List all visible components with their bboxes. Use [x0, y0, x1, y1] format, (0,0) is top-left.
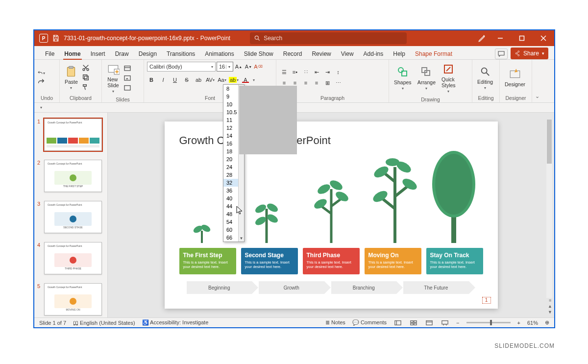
font-size-option[interactable]: 40 — [223, 194, 238, 202]
slide-canvas[interactable]: Growth Concept for PowerPoint The First … — [165, 121, 498, 309]
paragraph-controls[interactable]: ☰≡•∷⇤⇥↕ ≡≡≡≡⊞⋯ — [279, 67, 343, 88]
arrow-4[interactable]: The Future — [403, 281, 469, 294]
font-size-option[interactable]: 36 — [223, 187, 238, 194]
arrow-1[interactable]: Beginning — [187, 281, 252, 294]
zoom-level[interactable]: 61% — [527, 320, 538, 326]
font-size-option[interactable]: 16 — [223, 140, 238, 147]
cut-icon[interactable] — [82, 64, 90, 72]
tab-design[interactable]: Design — [134, 48, 162, 59]
thumbnail-1[interactable]: Growth Concept for PowerPoint — [44, 119, 102, 151]
status-lang[interactable]: 🕮 English (United States) — [73, 320, 135, 326]
font-size-option[interactable]: 14 — [223, 132, 238, 140]
italic-button[interactable]: I — [159, 75, 168, 84]
font-size-option[interactable]: 60 — [223, 226, 238, 234]
section-icon[interactable] — [123, 84, 131, 92]
view-normal-icon[interactable] — [393, 319, 402, 326]
tab-addins[interactable]: Add-ins — [359, 48, 389, 59]
arrow-3[interactable]: Branching — [331, 281, 397, 294]
editing-button[interactable]: Editing▾ — [475, 64, 495, 91]
designer-button[interactable]: Designer — [503, 67, 527, 88]
layout-icon[interactable] — [123, 65, 131, 73]
comments-pane-button[interactable]: 💬 Comments — [352, 319, 387, 326]
copy-icon[interactable] — [82, 73, 90, 81]
font-size-option[interactable]: 8 — [223, 85, 238, 93]
zoom-in[interactable]: + — [517, 320, 520, 326]
zoom-out[interactable]: − — [456, 320, 459, 326]
font-size-option[interactable]: 28 — [223, 171, 238, 179]
font-size-option[interactable]: 24 — [223, 163, 238, 171]
slide-nav-buttons[interactable]: ≡▲▼ — [548, 298, 552, 315]
clear-format-icon[interactable]: A⌫ — [254, 62, 263, 71]
shadow-button[interactable]: ab — [194, 75, 203, 84]
qat-dropdown[interactable]: ▾ — [40, 105, 42, 110]
comments-button[interactable] — [495, 49, 508, 59]
font-size-dropdown[interactable]: 891010.511121416182024283236404448546066… — [223, 84, 245, 242]
redo-icon[interactable] — [37, 78, 45, 86]
strike-button[interactable]: S — [182, 75, 191, 84]
zoom-slider[interactable] — [466, 322, 511, 323]
decrease-font-icon[interactable]: A▼ — [244, 62, 253, 71]
font-size-option[interactable]: 66 — [223, 234, 238, 242]
close-button[interactable] — [533, 30, 554, 46]
font-size-option[interactable]: 18 — [223, 147, 238, 155]
thumbnail-3[interactable]: Growth Concept for PowerPointSECOND STAG… — [44, 201, 102, 233]
slide-panel[interactable]: 1 Growth Concept for PowerPoint 2 Growth… — [34, 113, 108, 317]
reset-icon[interactable] — [123, 74, 131, 82]
minimize-button[interactable] — [490, 30, 511, 46]
card-5[interactable]: Stay On TrackThis is a sample text. Inse… — [426, 248, 483, 275]
tab-transitions[interactable]: Transitions — [162, 48, 200, 59]
tab-animations[interactable]: Animations — [200, 48, 239, 59]
tab-review[interactable]: Review — [307, 48, 336, 59]
share-button[interactable]: Share▾ — [511, 48, 548, 59]
tab-draw[interactable]: Draw — [110, 48, 134, 59]
dropdown-scrollbar[interactable]: ▼ — [238, 85, 244, 242]
new-slide-button[interactable]: New Slide▾ — [105, 62, 122, 95]
bold-button[interactable]: B — [147, 75, 156, 84]
thumbnail-4[interactable]: Growth Concept for PowerPointTHIRD PHASE — [44, 242, 102, 274]
tab-slideshow[interactable]: Slide Show — [239, 48, 278, 59]
collapse-ribbon[interactable]: ⌄ — [532, 60, 542, 102]
maximize-button[interactable] — [511, 30, 533, 46]
card-3[interactable]: Third PhaseThis is a sample text. Insert… — [303, 248, 360, 275]
vertical-scrollbar[interactable] — [546, 120, 552, 298]
font-size-select[interactable]: 16▾ — [217, 62, 233, 72]
tab-help[interactable]: Help — [388, 48, 410, 59]
save-icon[interactable] — [52, 34, 60, 42]
paste-button[interactable]: Paste▾ — [63, 64, 80, 91]
view-reading-icon[interactable] — [425, 319, 434, 326]
case-button[interactable]: Aa▾ — [218, 75, 226, 84]
fit-window-icon[interactable]: ⊕ — [545, 319, 549, 326]
font-size-option[interactable]: 11 — [223, 116, 238, 124]
tab-file[interactable]: File — [40, 48, 59, 59]
tab-insert[interactable]: Insert — [86, 48, 110, 59]
font-family-select[interactable]: Calibri (Body)▾ — [147, 62, 216, 72]
notes-button[interactable]: ≣ Notes — [325, 319, 345, 326]
font-size-option[interactable]: 10.5 — [223, 108, 238, 116]
search-box[interactable]: Search — [250, 32, 407, 44]
tab-view[interactable]: View — [336, 48, 359, 59]
tab-home[interactable]: Home — [59, 48, 85, 59]
font-color-button[interactable]: A — [241, 75, 250, 84]
highlight-button[interactable]: ab▾ — [229, 75, 238, 84]
quick-styles-button[interactable]: Quick Styles▾ — [440, 62, 458, 95]
thumbnail-5[interactable]: Growth Concept for PowerPointMOVING ON — [44, 283, 102, 315]
underline-button[interactable]: U — [171, 75, 179, 84]
ink-icon[interactable] — [478, 34, 487, 43]
card-4[interactable]: Moving OnThis is a sample text. Insert y… — [365, 248, 421, 275]
card-2[interactable]: Second StageThis is a sample text. Inser… — [241, 248, 298, 275]
view-slideshow-icon[interactable] — [441, 319, 449, 326]
arrow-2[interactable]: Growth — [259, 281, 324, 294]
thumbnail-2[interactable]: Growth Concept for PowerPointTHE FIRST S… — [44, 160, 102, 192]
format-painter-icon[interactable] — [82, 83, 90, 91]
arrange-button[interactable]: Arrange▾ — [416, 65, 438, 92]
tab-record[interactable]: Record — [278, 48, 307, 59]
page-number[interactable]: 1 — [482, 297, 491, 304]
font-size-option[interactable]: 12 — [223, 124, 238, 132]
view-sorter-icon[interactable] — [409, 319, 418, 326]
status-accessibility[interactable]: ♿ Accessibility: Investigate — [142, 319, 209, 326]
font-size-option[interactable]: 54 — [223, 218, 238, 226]
spacing-button[interactable]: AV▾ — [206, 75, 215, 84]
undo-icon[interactable]: ▾ — [37, 69, 45, 77]
shapes-button[interactable]: Shapes▾ — [392, 65, 414, 92]
font-size-option[interactable]: 10 — [223, 100, 238, 108]
